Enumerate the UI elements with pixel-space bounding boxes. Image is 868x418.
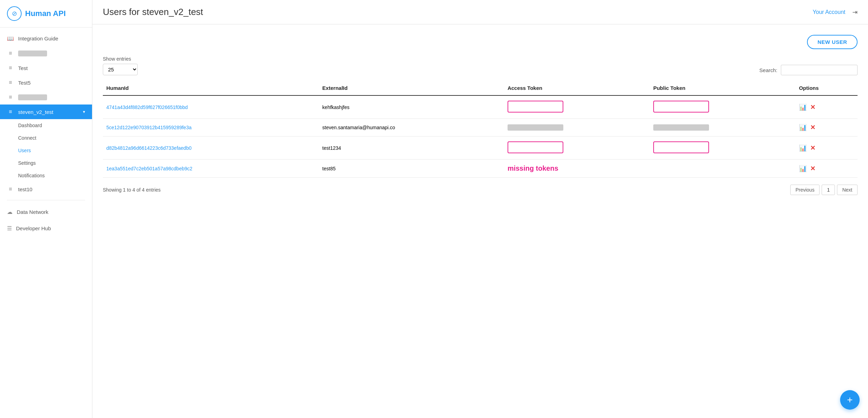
sidebar-item-blurred1[interactable]: ≡ bbox=[0, 46, 92, 61]
data-network-label: Data Network bbox=[17, 209, 48, 215]
sidebar: ⊘ Human API 📖 Integration Guide ≡ ≡ Test… bbox=[0, 0, 92, 418]
col-external-id: ExternalId bbox=[319, 81, 504, 95]
show-entries-control: Show entries 25 10 50 100 bbox=[103, 56, 138, 75]
steven-v2-test-label: steven_v2_test bbox=[18, 109, 83, 115]
pagination-row: Showing 1 to 4 of 4 entries Previous 1 N… bbox=[103, 185, 858, 195]
previous-button[interactable]: Previous bbox=[790, 185, 820, 195]
developer-hub-label: Developer Hub bbox=[16, 225, 51, 231]
options-cell-1: 📊 ✕ bbox=[799, 103, 854, 111]
sidebar-item-steven-v2-test[interactable]: ≡ steven_v2_test ▾ bbox=[0, 104, 92, 119]
stack-icon-6: ≡ bbox=[7, 186, 14, 192]
fab-button[interactable]: + bbox=[840, 390, 860, 410]
table-row: 5ce12d122e90703912b415959289fe3a steven.… bbox=[103, 119, 858, 137]
public-token-empty-3 bbox=[653, 141, 709, 153]
chart-icon-1[interactable]: 📊 bbox=[799, 103, 807, 111]
delete-icon-3[interactable]: ✕ bbox=[810, 144, 815, 152]
stack-icon-1: ≡ bbox=[7, 50, 14, 56]
users-table: HumanId ExternalId Access Token Public T… bbox=[103, 81, 858, 178]
cloud-icon: ☁ bbox=[7, 209, 13, 215]
sidebar-item-developer-hub[interactable]: ☰ Developer Hub bbox=[0, 220, 92, 237]
delete-icon-2[interactable]: ✕ bbox=[810, 124, 815, 131]
human-id-link[interactable]: 4741a43d4f882d59f627f026651f0bbd bbox=[106, 104, 188, 110]
test5-label: Test5 bbox=[18, 80, 85, 86]
book-icon: 📖 bbox=[7, 35, 14, 42]
fab-icon: + bbox=[847, 394, 853, 405]
logo-icon: ⊘ bbox=[7, 6, 22, 21]
stack-icon-3: ≡ bbox=[7, 79, 14, 86]
human-id-link[interactable]: d82b4812a96d6614223c6d733efaedb0 bbox=[106, 145, 191, 151]
sidebar-item-dashboard[interactable]: Dashboard bbox=[0, 119, 92, 132]
options-cell-3: 📊 ✕ bbox=[799, 144, 854, 152]
external-id-cell: test85 bbox=[319, 160, 504, 178]
sidebar-item-blurred2[interactable]: ≡ bbox=[0, 90, 92, 104]
search-row: Search: bbox=[759, 65, 858, 75]
page-title: Users for steven_v2_test bbox=[103, 7, 203, 17]
sidebar-item-test5[interactable]: ≡ Test5 bbox=[0, 75, 92, 90]
human-id-link[interactable]: 1ea3a551ed7c2eb501a57a98cdbeb9c2 bbox=[106, 166, 192, 171]
your-account-link[interactable]: Your Account bbox=[813, 9, 845, 15]
main-content: Users for steven_v2_test Your Account ⇥ … bbox=[92, 0, 868, 418]
access-token-empty-1 bbox=[508, 101, 563, 113]
blurred-label-2 bbox=[18, 94, 85, 100]
controls-row: Show entries 25 10 50 100 Search: bbox=[103, 56, 858, 75]
sidebar-item-users[interactable]: Users bbox=[0, 144, 92, 157]
topbar: Users for steven_v2_test Your Account ⇥ bbox=[92, 0, 868, 24]
search-label: Search: bbox=[759, 67, 777, 73]
stack-icon-4: ≡ bbox=[7, 94, 14, 100]
entries-select[interactable]: 25 10 50 100 bbox=[103, 64, 138, 75]
sidebar-divider bbox=[7, 200, 85, 200]
logo-area: ⊘ Human API bbox=[0, 0, 92, 28]
delete-icon-1[interactable]: ✕ bbox=[810, 103, 815, 111]
access-token-blurred-2 bbox=[508, 124, 563, 131]
next-button[interactable]: Next bbox=[837, 185, 858, 195]
table-body: 4741a43d4f882d59f627f026651f0bbd kehfkas… bbox=[103, 95, 858, 178]
sidebar-item-connect[interactable]: Connect bbox=[0, 132, 92, 144]
sidebar-item-test10[interactable]: ≡ test10 bbox=[0, 182, 92, 196]
public-token-empty-1 bbox=[653, 101, 709, 113]
table-row: d82b4812a96d6614223c6d733efaedb0 test123… bbox=[103, 137, 858, 160]
new-user-button[interactable]: NEW USER bbox=[807, 35, 858, 49]
logo-text: Human API bbox=[25, 9, 66, 18]
sidebar-item-data-network[interactable]: ☁ Data Network bbox=[0, 204, 92, 220]
options-cell-4: 📊 ✕ bbox=[799, 165, 854, 172]
col-options: Options bbox=[795, 81, 858, 95]
table-header-row: HumanId ExternalId Access Token Public T… bbox=[103, 81, 858, 95]
options-cell-2: 📊 ✕ bbox=[799, 124, 854, 131]
chart-icon-2[interactable]: 📊 bbox=[799, 124, 807, 131]
public-token-blurred-2 bbox=[653, 124, 709, 131]
content-area: NEW USER Show entries 25 10 50 100 Searc… bbox=[92, 24, 868, 418]
integration-guide-label: Integration Guide bbox=[18, 36, 85, 41]
topbar-right: Your Account ⇥ bbox=[813, 8, 858, 16]
stack-icon-5: ≡ bbox=[7, 109, 14, 115]
external-id-cell: kehfkashjfes bbox=[319, 95, 504, 119]
page-1-button[interactable]: 1 bbox=[822, 185, 835, 195]
sidebar-item-test[interactable]: ≡ Test bbox=[0, 61, 92, 75]
showing-text: Showing 1 to 4 of 4 entries bbox=[103, 187, 161, 193]
sidebar-item-settings[interactable]: Settings bbox=[0, 157, 92, 169]
search-input[interactable] bbox=[781, 65, 858, 75]
human-id-link[interactable]: 5ce12d122e90703912b415959289fe3a bbox=[106, 125, 191, 130]
col-human-id: HumanId bbox=[103, 81, 319, 95]
sidebar-item-integration-guide[interactable]: 📖 Integration Guide bbox=[0, 31, 92, 46]
doc-icon: ☰ bbox=[7, 225, 12, 232]
sidebar-item-notifications[interactable]: Notifications bbox=[0, 169, 92, 182]
chart-icon-4[interactable]: 📊 bbox=[799, 165, 807, 172]
external-id-cell: test1234 bbox=[319, 137, 504, 160]
col-access-token: Access Token bbox=[504, 81, 650, 95]
missing-tokens-label: missing tokens bbox=[508, 164, 558, 172]
test-label: Test bbox=[18, 65, 85, 71]
sidebar-nav: 📖 Integration Guide ≡ ≡ Test ≡ Test5 ≡ bbox=[0, 28, 92, 418]
chart-icon-3[interactable]: 📊 bbox=[799, 144, 807, 152]
chevron-down-icon: ▾ bbox=[83, 109, 85, 114]
stack-icon-2: ≡ bbox=[7, 65, 14, 71]
access-token-empty-3 bbox=[508, 141, 563, 153]
sub-nav: Dashboard Connect Users Settings Notific… bbox=[0, 119, 92, 182]
delete-icon-4[interactable]: ✕ bbox=[810, 165, 815, 172]
table-row: 1ea3a551ed7c2eb501a57a98cdbeb9c2 test85 … bbox=[103, 160, 858, 178]
col-public-token: Public Token bbox=[650, 81, 795, 95]
show-entries-label: Show entries bbox=[103, 56, 138, 62]
table-row: 4741a43d4f882d59f627f026651f0bbd kehfkas… bbox=[103, 95, 858, 119]
logout-icon[interactable]: ⇥ bbox=[852, 8, 858, 16]
test10-label: test10 bbox=[18, 186, 85, 192]
external-id-cell: steven.santamaria@humanapi.co bbox=[319, 119, 504, 137]
